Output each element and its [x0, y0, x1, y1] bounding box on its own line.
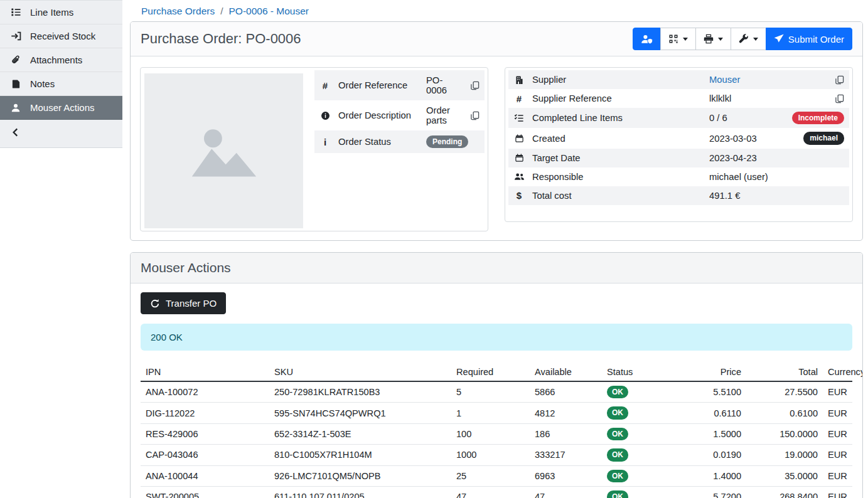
sidebar-item-received-stock[interactable]: Received Stock: [0, 24, 122, 48]
sidebar: Line Items Received Stock Attachments No…: [0, 0, 122, 498]
detail-label: Completed Line Items: [532, 113, 709, 123]
detail-label: Supplier Reference: [532, 93, 709, 103]
hash-icon: #: [319, 80, 331, 91]
col-header-required: Required: [451, 363, 530, 381]
barcode-actions-button[interactable]: [660, 28, 696, 50]
copy-icon[interactable]: [463, 111, 480, 120]
user-shield-icon: [641, 34, 653, 45]
hash-icon: #: [513, 93, 525, 104]
line-items-table: IPN SKU Required Available Status Price …: [141, 363, 852, 498]
cell-price: 1.5000: [672, 423, 746, 444]
user-roles-button[interactable]: [633, 28, 661, 50]
order-toolbar: Submit Order: [633, 28, 852, 50]
sidebar-item-mouser-actions[interactable]: Mouser Actions: [0, 96, 122, 120]
cell-total: 150.0000: [746, 423, 823, 444]
table-row: ANA-100072 250-72981KLRATR150B3 5 5866 O…: [141, 381, 852, 403]
supplier-link[interactable]: Mouser: [709, 75, 835, 85]
breadcrumb-separator: /: [220, 6, 223, 16]
note-icon: [10, 78, 21, 89]
col-header-sku: SKU: [269, 363, 451, 381]
cell-available: 47: [530, 486, 602, 498]
main-content: Purchase Orders/PO-0006 - Mouser Purchas…: [122, 0, 868, 498]
order-image-placeholder[interactable]: [144, 73, 303, 228]
breadcrumb-link-purchase-orders[interactable]: Purchase Orders: [141, 6, 215, 16]
cell-total: 19.0000: [746, 445, 823, 465]
detail-value: PO-0006: [426, 75, 463, 95]
detail-row-created: Created 2023-03-03 michael: [508, 128, 849, 148]
sidebar-item-line-items[interactable]: Line Items: [0, 1, 122, 24]
detail-row-responsible: Responsible michael (user): [508, 167, 849, 186]
cell-ipn: DIG-112022: [141, 403, 269, 423]
chevron-left-icon: [10, 127, 21, 138]
col-header-status: Status: [602, 363, 672, 381]
detail-row-target-date: Target Date 2023-04-23: [508, 149, 849, 167]
dollar-icon: $: [513, 190, 525, 201]
cell-total: 0.6100: [746, 403, 823, 423]
print-actions-button[interactable]: [695, 28, 731, 50]
transfer-po-button[interactable]: Transfer PO: [141, 292, 226, 314]
cell-currency: EUR: [823, 403, 852, 423]
mouser-actions-body: Transfer PO 200 OK IPN SKU Required: [131, 283, 862, 498]
detail-row-order-description: Order Description Order parts: [314, 100, 485, 130]
cell-currency: EUR: [823, 381, 852, 403]
cell-required: 25: [451, 465, 530, 486]
cell-status: OK: [602, 423, 672, 444]
submit-order-button[interactable]: Submit Order: [766, 28, 852, 50]
sidebar-item-label: Line Items: [30, 7, 73, 18]
info-icon: i: [319, 137, 331, 147]
purchase-order-card: Purchase Order: PO-0006: [130, 21, 863, 241]
copy-icon[interactable]: [835, 94, 844, 103]
ok-badge: OK: [607, 470, 628, 482]
sidebar-nav: Line Items Received Stock Attachments No…: [0, 0, 122, 148]
detail-label: Order Status: [338, 137, 426, 147]
cell-total: 35.0000: [746, 465, 823, 486]
detail-value: 0 / 6: [709, 113, 792, 123]
panel-title: Mouser Actions: [141, 260, 231, 275]
status-badge: Pending: [426, 135, 468, 148]
image-icon: [184, 111, 264, 191]
detail-label: Target Date: [532, 153, 709, 163]
cell-available: 6963: [530, 465, 602, 486]
order-actions-button[interactable]: [731, 28, 766, 50]
cell-total: 268.8400: [746, 486, 823, 498]
send-icon: [774, 34, 784, 44]
cell-sku: 926-LMC7101QM5/NOPB: [269, 465, 451, 486]
cell-available: 4812: [530, 403, 602, 423]
cell-price: 0.6110: [672, 403, 746, 423]
cell-ipn: ANA-100044: [141, 465, 269, 486]
caret-down-icon: [718, 38, 723, 43]
detail-value: lklklkl: [709, 93, 835, 103]
info-circle-icon: [319, 111, 331, 120]
detail-value: Order parts: [426, 105, 463, 125]
cell-price: 5.5100: [672, 381, 746, 403]
copy-icon[interactable]: [463, 81, 480, 90]
qrcode-icon: [668, 34, 678, 44]
purchase-order-header: Purchase Order: PO-0006: [131, 22, 862, 56]
caret-down-icon: [753, 38, 758, 43]
breadcrumb: Purchase Orders/PO-0006 - Mouser: [130, 0, 863, 21]
breadcrumb-link-po-0006[interactable]: PO-0006 - Mouser: [228, 6, 309, 16]
cell-sku: 810-C1005X7R1H104M: [269, 445, 451, 465]
user-icon: [10, 102, 21, 113]
detail-value: Pending: [426, 135, 468, 148]
copy-icon[interactable]: [835, 75, 844, 85]
detail-row-order-reference: # Order Reference PO-0006: [314, 70, 485, 100]
sidebar-item-attachments[interactable]: Attachments: [0, 48, 122, 72]
refresh-icon: [150, 299, 160, 309]
cell-price: 1.4000: [672, 465, 746, 486]
detail-label: Order Reference: [338, 80, 426, 90]
sidebar-item-notes[interactable]: Notes: [0, 72, 122, 96]
building-icon: [513, 75, 525, 85]
cell-currency: EUR: [823, 465, 852, 486]
cell-required: 100: [451, 423, 530, 444]
detail-label: Supplier: [532, 75, 709, 85]
cell-available: 333217: [530, 445, 602, 465]
cell-currency: EUR: [823, 486, 852, 498]
order-details-panel: # Order Reference PO-0006 Order Descri: [140, 67, 488, 231]
col-header-available: Available: [530, 363, 602, 381]
sidebar-item-label: Notes: [30, 78, 55, 89]
cell-status: OK: [602, 445, 672, 465]
col-header-currency: Currency: [823, 363, 852, 381]
sidebar-collapse-button[interactable]: [0, 120, 122, 147]
calendar-icon: [513, 134, 525, 143]
